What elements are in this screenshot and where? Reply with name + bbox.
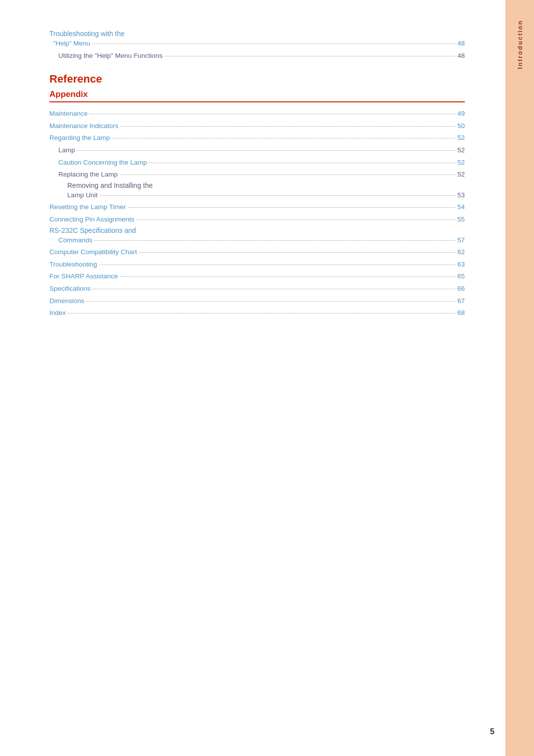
toc-entry-dimensions: Dimensions 67 — [49, 296, 465, 307]
toc-dots-resetting-lamp-timer — [128, 207, 455, 208]
toc-page-regarding-lamp: 52 — [457, 133, 465, 143]
toc-entry-specifications: Specifications 66 — [49, 283, 465, 294]
toc-link-removing-installing[interactable]: Removing and Installing the — [67, 181, 153, 189]
toc-dots-dimensions — [87, 301, 455, 302]
toc-page-help-menu: 48 — [457, 38, 465, 49]
side-tab-label: Introduction — [516, 20, 524, 69]
toc-page-index: 68 — [457, 308, 465, 318]
toc-link-caution-lamp[interactable]: Caution Concerning the Lamp — [58, 157, 147, 168]
toc-link-dimensions[interactable]: Dimensions — [49, 296, 85, 307]
toc-link-troubleshooting[interactable]: Troubleshooting — [49, 259, 97, 270]
toc-link-index[interactable]: Index — [49, 308, 66, 318]
toc-dots-lamp — [77, 150, 455, 151]
toc-entry-for-sharp: For SHARP Assistance 65 — [49, 271, 465, 282]
toc-entry-regarding-lamp: Regarding the Lamp 52 — [49, 133, 465, 143]
toc-link-rs232c[interactable]: RS-232C Specifications and — [49, 226, 136, 234]
toc-dots-maintenance-indicators — [121, 126, 455, 127]
toc-entry-commands: Commands 57 — [49, 235, 465, 246]
toc-link-for-sharp[interactable]: For SHARP Assistance — [49, 271, 118, 282]
toc-dots-commands — [94, 240, 455, 241]
toc-link-replacing-lamp[interactable]: Replacing the Lamp — [58, 169, 118, 180]
toc-entry-caution-lamp: Caution Concerning the Lamp 52 — [49, 157, 465, 168]
toc-page-maintenance: 49 — [457, 108, 465, 119]
appendix-heading: Appendix — [49, 89, 465, 102]
toc-entry-resetting-lamp-timer: Resetting the Lamp Timer 54 — [49, 202, 465, 213]
toc-page-lamp-unit: 53 — [457, 190, 465, 201]
toc-link-maintenance-indicators[interactable]: Maintenance Indicators — [49, 121, 119, 132]
toc-dots-troubleshooting — [99, 265, 455, 265]
page-content: Troubleshooting with the "Help" Menu 48 … — [0, 0, 504, 756]
toc-link-computer-compat[interactable]: Computer Compatibility Chart — [49, 247, 137, 258]
toc-link-maintenance[interactable]: Maintenance — [49, 108, 88, 119]
toc-page-replacing-lamp: 52 — [457, 169, 465, 180]
toc-link-commands[interactable]: Commands — [58, 235, 92, 246]
intro-link-help-menu[interactable]: "Help" Menu — [49, 38, 90, 49]
toc-link-lamp-unit[interactable]: Lamp Unit — [67, 190, 98, 201]
intro-entry-help-menu: "Help" Menu 48 — [49, 38, 465, 49]
toc-entry-replacing-lamp: Replacing the Lamp 52 — [49, 169, 465, 180]
toc-page-for-sharp: 65 — [457, 271, 465, 282]
toc-page-caution-lamp: 52 — [457, 157, 465, 168]
toc-dots-help-menu — [92, 44, 455, 44]
intro-link-utilizing[interactable]: Utilizing the "Help" Menu Functions — [58, 50, 163, 61]
toc-entry-computer-compat: Computer Compatibility Chart 62 — [49, 247, 465, 258]
toc-dots-regarding-lamp — [112, 138, 455, 138]
toc-page-resetting-lamp-timer: 54 — [457, 202, 465, 213]
toc-dots-for-sharp — [120, 276, 455, 277]
toc-page-connecting-pin: 55 — [457, 214, 465, 225]
toc-link-resetting-lamp-timer[interactable]: Resetting the Lamp Timer — [49, 202, 126, 213]
toc-entry-lamp-unit: Lamp Unit 53 — [67, 190, 465, 201]
side-tab: Introduction — [505, 0, 534, 756]
page-number: 5 — [490, 727, 494, 736]
toc-intro: Troubleshooting with the "Help" Menu 48 … — [49, 30, 465, 61]
toc-page-utilizing: 48 — [457, 50, 465, 61]
toc-entry-removing-installing: Removing and Installing the Lamp Unit 53 — [49, 181, 465, 201]
toc-link-connecting-pin[interactable]: Connecting Pin Assignments — [49, 214, 134, 225]
toc-dots-computer-compat — [139, 252, 455, 253]
toc-entry-troubleshooting: Troubleshooting 63 — [49, 259, 465, 270]
toc-dots-index — [68, 313, 455, 313]
toc-entry-lamp: Lamp 52 — [49, 145, 465, 156]
intro-link-help-title[interactable]: Troubleshooting with the — [49, 30, 125, 38]
toc-dots-utilizing — [165, 56, 455, 56]
toc-entry-rs232c: RS-232C Specifications and Commands 57 — [49, 226, 465, 246]
toc-entry-connecting-pin: Connecting Pin Assignments 55 — [49, 214, 465, 225]
toc-link-lamp[interactable]: Lamp — [58, 145, 75, 156]
toc-entry-maintenance: Maintenance 49 — [49, 108, 465, 119]
toc-list: Maintenance 49 Maintenance Indicators 50… — [49, 108, 465, 318]
toc-page-specifications: 66 — [457, 283, 465, 294]
toc-dots-specifications — [92, 289, 455, 289]
toc-page-dimensions: 67 — [457, 296, 465, 307]
toc-page-computer-compat: 62 — [457, 247, 465, 258]
toc-dots-replacing-lamp — [120, 175, 455, 175]
toc-page-lamp: 52 — [457, 145, 465, 156]
toc-entry-maintenance-indicators: Maintenance Indicators 50 — [49, 121, 465, 132]
toc-dots-maintenance — [89, 114, 455, 114]
intro-entry-help-title: Troubleshooting with the — [49, 30, 465, 38]
toc-dots-connecting-pin — [136, 220, 455, 220]
toc-page-maintenance-indicators: 50 — [457, 121, 465, 132]
intro-entry-utilizing: Utilizing the "Help" Menu Functions 48 — [49, 50, 465, 61]
toc-dots-caution-lamp — [149, 163, 455, 163]
toc-page-troubleshooting: 63 — [457, 259, 465, 270]
reference-heading: Reference — [49, 73, 465, 86]
toc-page-commands: 57 — [457, 235, 465, 246]
toc-dots-lamp-unit — [100, 195, 455, 196]
toc-entry-index: Index 68 — [49, 308, 465, 318]
toc-link-regarding-lamp[interactable]: Regarding the Lamp — [49, 133, 110, 143]
toc-link-specifications[interactable]: Specifications — [49, 283, 90, 294]
